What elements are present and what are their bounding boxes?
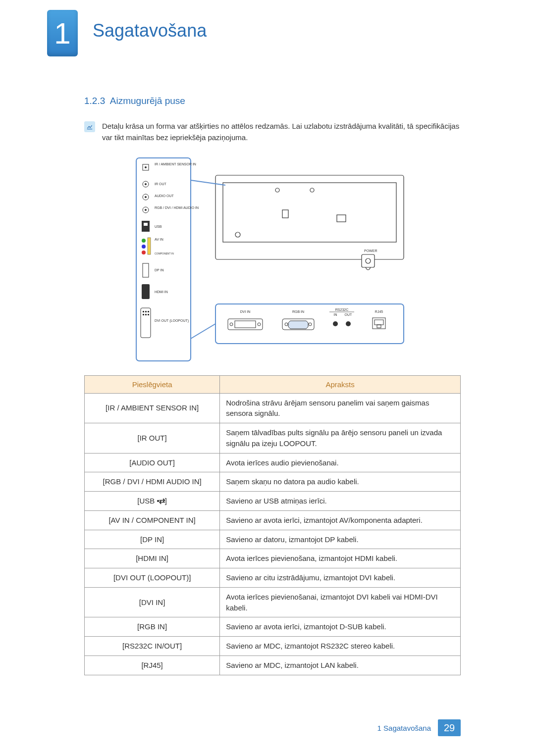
- table-row: [RJ45]Savieno ar MDC, izmantojot LAN kab…: [85, 655, 461, 675]
- svg-point-2: [145, 166, 147, 168]
- svg-rect-15: [143, 263, 149, 277]
- desc-cell: Savieno ar avota ierīci, izmantojot AV/k…: [220, 510, 461, 530]
- port-cell: [HDMI IN]: [85, 549, 220, 568]
- lbl-rgbin: RGB IN: [292, 310, 304, 313]
- desc-cell: Savieno ar avota ierīci, izmantojot D-SU…: [220, 617, 461, 637]
- port-cell: [IR / AMBIENT SENSOR IN]: [85, 393, 220, 423]
- chapter-header: 1 Sagatavošana: [47, 10, 207, 56]
- port-cell: [RGB IN]: [85, 617, 220, 637]
- chapter-number-box: 1: [47, 10, 78, 56]
- note-icon: [84, 121, 95, 132]
- svg-rect-22: [145, 314, 147, 315]
- table-row: [DVI IN]Avota ierīces pievienošanai, izm…: [85, 587, 461, 617]
- svg-rect-20: [148, 311, 149, 312]
- lbl-dviin: DVI IN: [240, 310, 251, 313]
- lbl-dviout: DVI OUT (LOOPOUT): [155, 319, 189, 323]
- lbl-dpin: DP IN: [155, 268, 164, 272]
- table-row: [RS232C IN/OUT]Savieno ar MDC, izmantojo…: [85, 637, 461, 656]
- table-row: [USB •⇄]Savieno ar USB atmiņas ierīci.: [85, 492, 461, 511]
- desc-cell: Savieno ar MDC, izmantojot LAN kabeli.: [220, 655, 461, 675]
- svg-point-4: [145, 183, 147, 185]
- section-number: 1.2.3: [84, 96, 105, 106]
- th-port: Pieslēgvieta: [85, 375, 220, 393]
- svg-rect-19: [145, 311, 147, 312]
- port-cell: [IR OUT]: [85, 423, 220, 454]
- desc-cell: Avota ierīces pievienošanai, izmantojot …: [220, 587, 461, 617]
- svg-point-13: [142, 251, 146, 254]
- table-row: [AUDIO OUT]Avota ierīces audio pievienoš…: [85, 453, 461, 472]
- svg-rect-14: [148, 238, 151, 254]
- svg-point-6: [145, 196, 147, 198]
- svg-rect-31: [362, 254, 374, 267]
- desc-cell: Nodrošina strāvu ārējam sensoru panelim …: [220, 393, 461, 423]
- port-cell: [RJ45]: [85, 655, 220, 675]
- table-row: [DVI OUT (LOOPOUT)]Savieno ar citu izstr…: [85, 568, 461, 588]
- page-number: 29: [438, 719, 461, 736]
- svg-rect-18: [143, 311, 144, 312]
- port-cell: [DVI OUT (LOOPOUT)]: [85, 568, 220, 588]
- desc-cell: Avota ierīces audio pievienošanai.: [220, 453, 461, 472]
- lbl-hdmi: HDMI IN: [155, 290, 168, 294]
- monitor-rear: POWER: [215, 175, 404, 270]
- desc-cell: Savieno ar USB atmiņas ierīci.: [220, 492, 461, 511]
- svg-point-43: [346, 321, 351, 326]
- table-row: [RGB / DVI / HDMI AUDIO IN]Saņem skaņu n…: [85, 472, 461, 492]
- th-desc: Apraksts: [220, 375, 461, 393]
- lbl-ir-ambient: IR / AMBIENT SENSOR IN: [155, 162, 196, 166]
- table-row: [RGB IN]Savieno ar avota ierīci, izmanto…: [85, 617, 461, 637]
- rear-panel-diagram: IR / AMBIENT SENSOR IN IR OUT AUDIO OUT …: [84, 155, 461, 363]
- svg-rect-21: [143, 314, 144, 315]
- table-row: [AV IN / COMPONENT IN]Savieno ar avota i…: [85, 510, 461, 530]
- section-body: 1.2.3 Aizmugurējā puse Detaļu krāsa un f…: [84, 96, 461, 675]
- svg-rect-23: [148, 314, 149, 315]
- svg-point-12: [142, 245, 146, 249]
- desc-cell: Saņem tālvadības pults signālu pa ārējo …: [220, 423, 461, 454]
- lbl-power: POWER: [364, 249, 377, 252]
- lbl-component: COMPONENT IN: [155, 252, 174, 255]
- note-row: Detaļu krāsa un forma var atšķirties no …: [84, 120, 461, 144]
- lbl-rj45: RJ45: [375, 310, 383, 313]
- svg-rect-16: [142, 284, 150, 299]
- lbl-ir-out: IR OUT: [155, 182, 166, 186]
- table-row: [IR OUT]Saņem tālvadības pults signālu p…: [85, 423, 461, 454]
- svg-rect-25: [223, 183, 396, 242]
- lbl-avin: AV IN: [155, 238, 163, 241]
- lbl-usb: USB: [155, 225, 162, 228]
- port-cell: [RS232C IN/OUT]: [85, 637, 220, 656]
- section-heading: 1.2.3 Aizmugurējā puse: [84, 96, 461, 106]
- lbl-rs232c: RS232C: [335, 308, 348, 311]
- lbl-audio-out: AUDIO OUT: [155, 194, 174, 198]
- svg-rect-10: [144, 223, 148, 226]
- desc-cell: Savieno ar MDC, izmantojot RS232C stereo…: [220, 637, 461, 656]
- table-row: [IR / AMBIENT SENSOR IN]Nodrošina strāvu…: [85, 393, 461, 423]
- footer-text: 1 Sagatavošana: [377, 724, 431, 732]
- svg-point-11: [142, 239, 146, 243]
- port-cell: [DVI IN]: [85, 587, 220, 617]
- port-cell: [USB •⇄]: [85, 492, 220, 511]
- port-cell: [AUDIO OUT]: [85, 453, 220, 472]
- desc-cell: Avota ierīces pievienošana, izmantojot H…: [220, 549, 461, 568]
- chapter-title: Sagatavošana: [93, 20, 207, 41]
- page-footer: 1 Sagatavošana 29: [0, 719, 535, 736]
- port-cell: [AV IN / COMPONENT IN]: [85, 510, 220, 530]
- port-cell: [RGB / DVI / HDMI AUDIO IN]: [85, 472, 220, 492]
- desc-cell: Savieno ar datoru, izmantojot DP kabeli.: [220, 530, 461, 549]
- lbl-rs232c-in: IN: [334, 313, 337, 316]
- desc-cell: Savieno ar citu izstrādājumu, izmantojot…: [220, 568, 461, 588]
- section-title: Aizmugurējā puse: [110, 96, 185, 106]
- desc-cell: Saņem skaņu no datora pa audio kabeli.: [220, 472, 461, 492]
- svg-rect-9: [142, 221, 150, 232]
- note-text: Detaļu krāsa un forma var atšķirties no …: [102, 120, 461, 144]
- lbl-rgb-audio: RGB / DVI / HDMI AUDIO IN: [155, 206, 199, 209]
- table-row: [HDMI IN]Avota ierīces pievienošana, izm…: [85, 549, 461, 568]
- lbl-rs232c-out: OUT: [345, 313, 353, 316]
- table-row: [DP IN]Savieno ar datoru, izmantojot DP …: [85, 530, 461, 549]
- svg-point-42: [333, 321, 338, 326]
- ports-table: Pieslēgvieta Apraksts [IR / AMBIENT SENS…: [84, 375, 461, 675]
- svg-point-8: [145, 209, 147, 211]
- port-cell: [DP IN]: [85, 530, 220, 549]
